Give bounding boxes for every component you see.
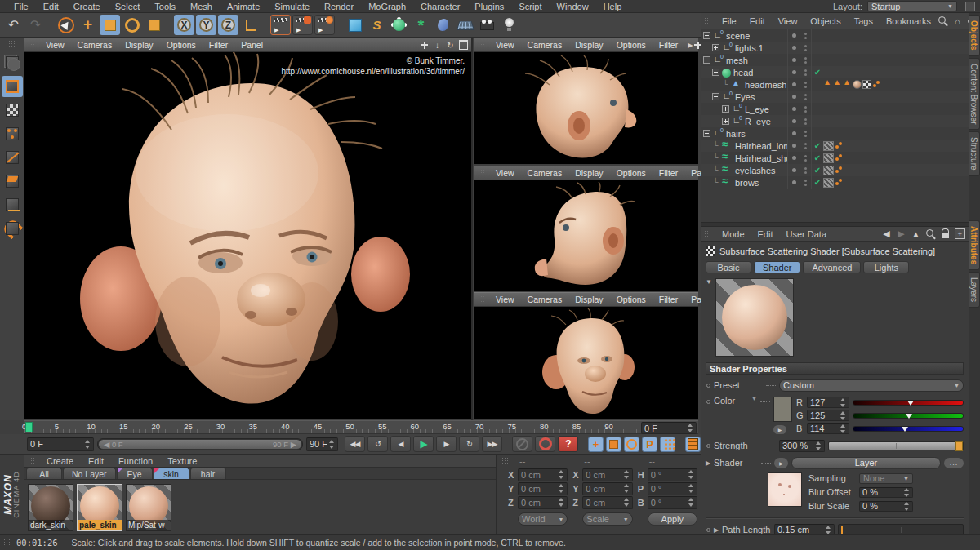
spinner-icon[interactable] (329, 440, 335, 449)
viewport-menu-item[interactable]: Filter (653, 295, 684, 304)
side-viewport-1[interactable] (474, 52, 698, 164)
model-mode-icon[interactable] (2, 76, 23, 97)
viewport-menu-item[interactable]: Options (610, 295, 653, 304)
viewport-menu-item[interactable]: Panel (234, 40, 270, 50)
add-light-icon[interactable] (499, 15, 519, 35)
layer-shader-button[interactable]: Layer (791, 457, 941, 469)
pan-view-icon[interactable] (419, 40, 430, 51)
material-menu-item[interactable]: Function (111, 456, 160, 466)
menu-item[interactable]: Create (66, 2, 108, 11)
polygon-mode-icon[interactable] (2, 171, 23, 192)
range-thumb[interactable]: ◀ 0 F 90 F ▶ (99, 440, 301, 449)
object-manager-menu-item[interactable]: Objects (804, 16, 847, 26)
editor-render-dots-icon[interactable] (804, 94, 807, 100)
tab-basic[interactable]: Basic (706, 261, 751, 273)
search-icon[interactable] (938, 16, 948, 26)
panel-grip[interactable] (478, 41, 486, 49)
hatch-tag-icon[interactable] (823, 141, 834, 151)
coordinate-field[interactable]: 0 ° (648, 468, 697, 481)
toggle-view-icon[interactable] (458, 40, 469, 51)
visibility-dot-icon[interactable] (792, 144, 796, 148)
scale-mode-dropdown[interactable]: Scale▼ (582, 512, 632, 526)
slider-marker[interactable] (906, 414, 912, 419)
hatch-tag-icon[interactable] (823, 178, 834, 188)
play-backwards-button[interactable]: ↺ (368, 436, 388, 452)
color-expand-icon[interactable]: ▼ (751, 396, 757, 401)
expander-icon[interactable] (703, 32, 710, 39)
viewport-menu-item[interactable]: Options (610, 168, 653, 178)
panel-grip[interactable] (704, 230, 712, 238)
coordinate-field[interactable]: 0 cm (582, 482, 632, 495)
window-icon[interactable] (965, 2, 975, 11)
viewport-menu-item[interactable]: Filter (203, 40, 234, 50)
dots-tag-icon[interactable] (872, 80, 881, 89)
layer-tab-nolayer[interactable]: No Layer (63, 468, 116, 479)
render-to-picture-viewer-icon[interactable] (292, 15, 313, 35)
previous-frame-button[interactable]: ◀ (390, 436, 411, 452)
spinner-icon[interactable] (688, 424, 693, 432)
viewport-menu-item[interactable]: View (489, 295, 521, 304)
key-pla-toggle[interactable] (660, 437, 675, 452)
expander-icon[interactable] (712, 166, 719, 174)
expander-icon[interactable] (722, 105, 729, 113)
object-row[interactable]: head ✔ (701, 66, 969, 78)
expander-icon[interactable] (703, 130, 710, 137)
viewport-menu-item[interactable]: Display (568, 40, 609, 50)
menu-item[interactable]: File (7, 2, 36, 11)
rotate-view-icon[interactable]: ↻ (445, 40, 456, 51)
coordinate-field[interactable]: 0 cm (582, 496, 632, 509)
spinner-icon[interactable] (624, 498, 630, 507)
panel-grip[interactable] (501, 457, 510, 465)
undo-icon[interactable]: ↶ (3, 15, 24, 35)
last-tool-icon[interactable] (144, 15, 164, 35)
blue-slider[interactable] (853, 426, 964, 432)
axis-mode-icon[interactable] (2, 194, 23, 215)
tri-tag-icon[interactable] (823, 80, 832, 89)
hatch-tag-icon[interactable] (823, 153, 834, 163)
apply-button[interactable]: Apply (648, 512, 697, 526)
coordinate-field[interactable]: 0 cm (582, 468, 632, 481)
spinner-icon[interactable] (840, 411, 846, 420)
object-icon[interactable] (722, 43, 733, 53)
preset-dropdown[interactable]: Custom▼ (779, 379, 964, 392)
viewport-menu-item[interactable]: Cameras (71, 40, 119, 50)
menu-item[interactable]: MoGraph (361, 2, 413, 11)
spinner-icon[interactable] (840, 424, 846, 433)
layout-dropdown[interactable]: Startup▼ (867, 1, 957, 11)
editor-render-dots-icon[interactable] (804, 155, 807, 162)
layer-tab-eye[interactable]: Eye (117, 468, 153, 479)
key-position-toggle[interactable]: + (588, 437, 604, 452)
new-panel-icon[interactable] (955, 228, 965, 239)
object-row[interactable]: headmesh (701, 78, 969, 91)
visibility-dot-icon[interactable] (792, 95, 796, 99)
blue-value-field[interactable]: 114 (807, 423, 849, 434)
object-label[interactable]: L_eye (745, 104, 769, 114)
attribute-menu-item[interactable]: Edit (751, 229, 780, 239)
object-row[interactable]: eyelashes ✔ (701, 164, 969, 176)
object-manager-menu-item[interactable]: Edit (743, 16, 772, 26)
timeline-range-scrollbar[interactable]: ◀ 0 F 90 F ▶ (97, 438, 303, 450)
coordinate-field[interactable]: 0 cm (518, 468, 568, 481)
menu-item[interactable]: Animate (220, 2, 267, 11)
redo-icon[interactable]: ↷ (25, 15, 46, 35)
key-rotation-toggle[interactable] (624, 437, 639, 452)
slider-handle[interactable] (956, 441, 963, 451)
blur-scale-field[interactable]: 0 % (859, 501, 913, 512)
menu-item[interactable]: Help (596, 2, 630, 11)
expander-icon[interactable] (712, 69, 719, 76)
object-icon[interactable] (722, 166, 733, 175)
edge-mode-icon[interactable] (2, 147, 23, 168)
side-viewport-3[interactable] (474, 307, 698, 419)
lock-y-axis-icon[interactable]: Y (196, 15, 216, 35)
red-slider[interactable] (853, 400, 964, 406)
play-forwards-button[interactable]: ▶ (413, 436, 434, 452)
viewport-menu-item[interactable]: Display (118, 40, 159, 50)
rotate-tool-icon[interactable] (122, 15, 142, 35)
object-icon[interactable] (713, 55, 724, 65)
tri-tag-icon[interactable] (833, 80, 842, 89)
sampling-dropdown[interactable]: None▼ (859, 473, 913, 484)
expander-icon[interactable] (703, 56, 710, 64)
shader-preview[interactable] (715, 278, 794, 357)
object-label[interactable]: lights.1 (735, 43, 764, 53)
spinner-icon[interactable] (904, 488, 910, 497)
